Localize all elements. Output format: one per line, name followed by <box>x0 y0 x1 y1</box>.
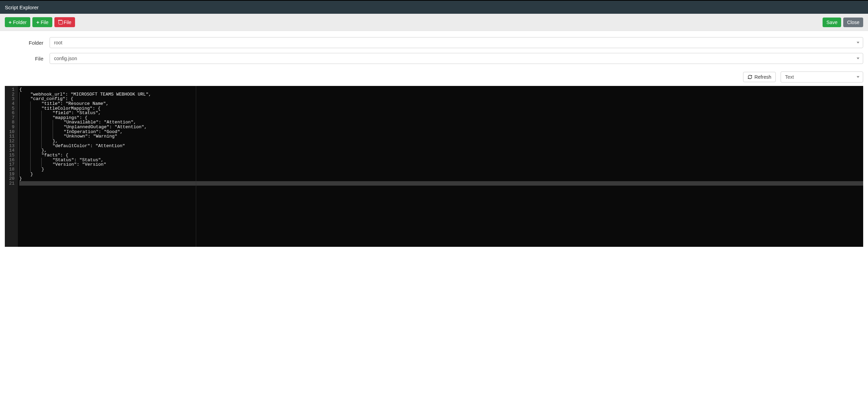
mode-select-value: Text <box>785 74 794 80</box>
indent-guide <box>30 162 41 167</box>
mode-select[interactable]: Text <box>781 72 863 82</box>
code-area[interactable]: { "webhook_url": "MICROSOFT TEAMS WEBHOO… <box>18 86 863 247</box>
code-line[interactable]: "Version": "Version" <box>19 162 863 167</box>
indent-guide <box>41 125 52 130</box>
indent-guide <box>19 120 30 125</box>
line-number: 19 <box>5 172 16 177</box>
mode-select-wrap: Text <box>781 72 863 82</box>
indent-guide <box>19 158 30 163</box>
code-line[interactable]: "field": "Status", <box>19 111 863 116</box>
code-line[interactable]: }, <box>19 148 863 153</box>
indent-guide <box>19 148 30 153</box>
code-line[interactable]: "InOperation": "Good", <box>19 130 863 134</box>
plus-icon <box>36 19 39 25</box>
line-number: 7 <box>5 116 16 120</box>
code-line[interactable]: "card_config": { <box>19 97 863 101</box>
add-folder-button[interactable]: Folder <box>5 17 30 27</box>
file-field-label: File <box>5 56 50 62</box>
folder-row: Folder root <box>5 37 863 48</box>
code-line[interactable]: "webhook_url": "MICROSOFT TEAMS WEBHOOK … <box>19 92 863 97</box>
chevron-down-icon <box>857 42 859 44</box>
code-line[interactable]: "UnplannedOutage": "Attention", <box>19 125 863 130</box>
indent-guide <box>30 111 41 116</box>
indent-guide <box>19 167 30 172</box>
add-folder-label: Folder <box>13 20 27 25</box>
code-line[interactable]: }, <box>19 139 863 144</box>
indent-guide <box>41 116 52 120</box>
code-line[interactable]: } <box>19 172 863 177</box>
indent-guide <box>30 116 41 120</box>
indent-guide <box>41 130 52 134</box>
toolbar-right-group: Save Close <box>823 18 863 27</box>
add-file-button[interactable]: File <box>32 17 52 27</box>
editor-wrap: 123456789101112131415161718192021 { "web… <box>5 86 863 247</box>
code-line[interactable]: { <box>19 87 863 92</box>
code-line[interactable]: "mappings": { <box>19 116 863 120</box>
indent-guide <box>30 120 41 125</box>
folder-field: root <box>50 37 863 48</box>
line-number: 17 <box>5 162 16 167</box>
file-select[interactable]: config.json <box>50 53 863 64</box>
indent-guide <box>30 153 41 158</box>
line-number: 14 <box>5 148 16 153</box>
code-line[interactable]: "title": "Resource Name", <box>19 101 863 106</box>
code-line[interactable]: "titleColorMapping": { <box>19 106 863 111</box>
folder-field-label: Folder <box>5 40 50 46</box>
indent-guide <box>53 134 64 139</box>
indent-guide <box>30 101 41 106</box>
toolbar: Folder File File Save Close <box>0 14 868 31</box>
toolbar-left-group: Folder File File <box>5 17 75 27</box>
indent-guide <box>30 134 41 139</box>
indent-guide <box>19 144 30 148</box>
line-number-gutter: 123456789101112131415161718192021 <box>5 86 18 247</box>
save-label: Save <box>826 20 837 25</box>
indent-guide <box>30 158 41 163</box>
code-line[interactable]: "defaultColor": "Attention" <box>19 144 863 148</box>
editor-toolbar: Refresh Text <box>0 72 868 86</box>
indent-guide <box>30 144 41 148</box>
indent-guide <box>19 162 30 167</box>
indent-guide <box>19 153 30 158</box>
folder-select-value: root <box>54 40 62 45</box>
indent-guide <box>30 139 41 144</box>
indent-guide <box>41 162 52 167</box>
code-line[interactable]: } <box>19 176 863 181</box>
line-number: 2 <box>5 92 16 97</box>
refresh-label: Refresh <box>754 74 771 80</box>
code-line[interactable] <box>19 181 863 186</box>
code-line[interactable]: "facts": { <box>19 153 863 158</box>
line-number: 20 <box>5 176 16 181</box>
indent-guide <box>19 116 30 120</box>
chevron-down-icon <box>857 76 859 78</box>
code-line[interactable]: "Unavailable": "Attention", <box>19 120 863 125</box>
indent-guide <box>41 139 52 144</box>
save-button[interactable]: Save <box>823 18 841 27</box>
code-line[interactable]: "Status": "Status", <box>19 158 863 163</box>
indent-guide <box>19 92 30 97</box>
refresh-button[interactable]: Refresh <box>743 72 776 82</box>
line-number: 11 <box>5 134 16 139</box>
indent-guide <box>30 130 41 134</box>
indent-guide <box>30 148 41 153</box>
file-select-value: config.json <box>54 56 77 61</box>
line-number: 6 <box>5 111 16 116</box>
indent-guide <box>19 101 30 106</box>
add-file-label: File <box>41 20 49 25</box>
delete-file-button[interactable]: File <box>54 17 75 27</box>
line-number: 21 <box>5 181 16 186</box>
refresh-icon <box>748 75 752 79</box>
close-label: Close <box>847 20 859 25</box>
line-number: 13 <box>5 144 16 148</box>
line-number: 5 <box>5 106 16 111</box>
folder-select[interactable]: root <box>50 37 863 48</box>
code-line[interactable]: } <box>19 167 863 172</box>
indent-guide <box>19 106 30 111</box>
line-number: 8 <box>5 120 16 125</box>
close-button[interactable]: Close <box>843 18 863 27</box>
indent-guide <box>41 120 52 125</box>
code-line[interactable]: "Unknown": "Warning" <box>19 134 863 139</box>
indent-guide <box>41 158 52 163</box>
line-number: 18 <box>5 167 16 172</box>
line-number: 1 <box>5 87 16 92</box>
code-editor[interactable]: 123456789101112131415161718192021 { "web… <box>5 86 863 247</box>
